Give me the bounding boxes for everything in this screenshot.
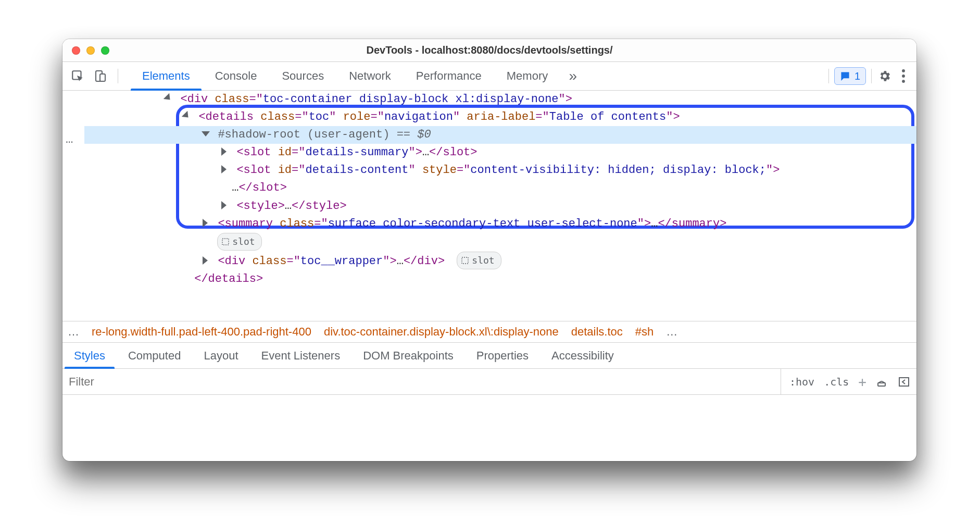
minimize-icon[interactable]	[86, 46, 95, 55]
dom-node-toc-wrapper[interactable]: <div class="toc__wrapper">…</div> slot	[84, 252, 916, 270]
main-toolbar: Elements Console Sources Network Perform…	[62, 62, 916, 91]
dom-node-details-close[interactable]: </details>	[84, 270, 916, 288]
crumb-item[interactable]: details.toc	[571, 325, 623, 339]
cls-button[interactable]: .cls	[824, 376, 849, 388]
breadcrumb[interactable]: … re-long.width-full.pad-left-400.pad-ri…	[62, 321, 916, 343]
svg-rect-8	[878, 383, 885, 386]
inspect-icon[interactable]	[70, 68, 85, 84]
tab-performance[interactable]: Performance	[404, 62, 494, 90]
chevron-right-icon[interactable]	[220, 165, 229, 173]
tab-elements[interactable]: Elements	[130, 62, 203, 90]
slot-badge[interactable]: slot	[457, 252, 501, 269]
window-title: DevTools - localhost:8080/docs/devtools/…	[62, 44, 916, 56]
dom-node-style[interactable]: <style>…</style>	[84, 197, 916, 215]
dom-node-summary[interactable]: <summary class="surface color-secondary-…	[84, 215, 916, 233]
dom-node-slot-content-close[interactable]: …</slot>	[84, 179, 916, 197]
filter-input[interactable]	[62, 369, 781, 394]
dom-tree[interactable]: … <div class="toc-container display-bloc…	[62, 91, 916, 321]
crumb-item[interactable]: #sh	[635, 325, 654, 339]
crumb-trail-ellipsis[interactable]: …	[666, 325, 677, 339]
subtab-event-listeners[interactable]: Event Listeners	[250, 343, 352, 368]
subtab-dom-breakpoints[interactable]: DOM Breakpoints	[351, 343, 465, 368]
subtab-styles[interactable]: Styles	[62, 343, 117, 368]
styles-subtabs: Styles Computed Layout Event Listeners D…	[62, 343, 916, 369]
subtab-layout[interactable]: Layout	[192, 343, 249, 368]
issues-count: 1	[855, 70, 860, 82]
shadow-root-label: #shadow-root (user-agent)	[218, 128, 390, 141]
device-toolbar-icon[interactable]	[93, 68, 108, 84]
tab-console[interactable]: Console	[203, 62, 270, 90]
chevron-down-icon[interactable]	[202, 130, 210, 138]
subtab-accessibility[interactable]: Accessibility	[540, 343, 625, 368]
chevron-right-icon[interactable]	[220, 147, 229, 156]
subtab-computed[interactable]: Computed	[117, 343, 193, 368]
separator	[828, 69, 829, 83]
svg-rect-7	[462, 257, 468, 264]
hov-button[interactable]: :hov	[789, 376, 814, 388]
kebab-icon[interactable]	[896, 68, 911, 84]
separator	[871, 69, 872, 83]
crumb-item[interactable]: re-long.width-full.pad-left-400.pad-righ…	[92, 325, 311, 339]
tab-sources[interactable]: Sources	[269, 62, 336, 90]
svg-point-5	[902, 80, 905, 83]
gutter-more-icon[interactable]: …	[66, 130, 74, 149]
brush-icon[interactable]	[876, 376, 888, 388]
chevron-down-icon[interactable]	[182, 112, 191, 120]
separator	[118, 69, 118, 83]
tab-network[interactable]: Network	[336, 62, 404, 90]
close-icon[interactable]	[72, 46, 80, 55]
computed-panel-icon[interactable]	[898, 376, 910, 388]
maximize-icon[interactable]	[101, 46, 109, 55]
svg-point-4	[902, 74, 905, 78]
svg-rect-9	[899, 378, 909, 386]
gear-icon[interactable]	[877, 68, 893, 84]
subtab-properties[interactable]: Properties	[465, 343, 540, 368]
issues-button[interactable]: 1	[834, 67, 866, 85]
main-tabs: Elements Console Sources Network Perform…	[125, 62, 826, 90]
crumb-item[interactable]: div.toc-container.display-block.xl\:disp…	[324, 325, 559, 339]
devtools-window: DevTools - localhost:8080/docs/devtools/…	[62, 39, 916, 461]
dom-slot-badge-row[interactable]: slot	[84, 233, 916, 252]
dom-node-shadow-root[interactable]: #shadow-root (user-agent) == $0	[84, 126, 916, 144]
svg-rect-6	[222, 239, 229, 245]
svg-rect-2	[100, 74, 105, 81]
slot-badge[interactable]: slot	[217, 233, 261, 251]
titlebar: DevTools - localhost:8080/docs/devtools/…	[62, 39, 916, 62]
styles-filter-row: :hov .cls +	[62, 369, 916, 395]
crumb-lead-ellipsis[interactable]: …	[68, 325, 79, 339]
traffic-lights	[62, 46, 109, 55]
more-tabs-icon[interactable]: »	[560, 62, 585, 90]
svg-point-3	[902, 69, 905, 72]
chevron-right-icon[interactable]	[202, 219, 210, 227]
dom-node-details[interactable]: <details class="toc" role="navigation" a…	[84, 108, 916, 126]
dom-node-slot-summary[interactable]: <slot id="details-summary">…</slot>	[84, 144, 916, 161]
chevron-down-icon[interactable]	[164, 94, 172, 103]
dom-node-slot-content[interactable]: <slot id="details-content" style="conten…	[84, 161, 916, 179]
chevron-right-icon[interactable]	[202, 256, 210, 265]
plus-icon[interactable]: +	[858, 374, 866, 390]
dollar-zero: $0	[417, 128, 431, 141]
dom-node-div[interactable]: <div class="toc-container display-block …	[84, 91, 916, 108]
chevron-right-icon[interactable]	[220, 201, 229, 209]
tab-memory[interactable]: Memory	[494, 62, 560, 90]
